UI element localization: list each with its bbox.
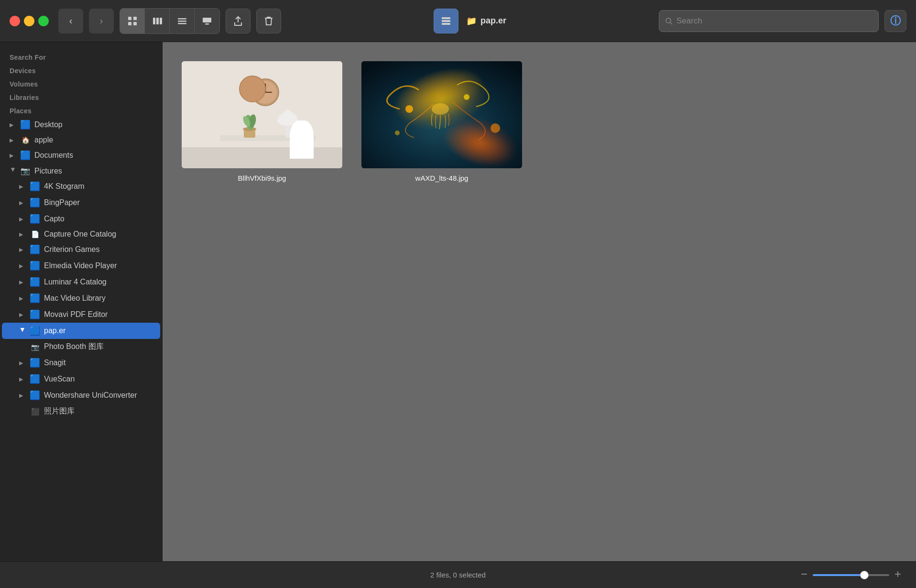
chevron-icon: ▶ [19, 216, 26, 222]
sidebar-item-elmedia[interactable]: ▶ 🟦 Elmedia Video Player [2, 258, 160, 274]
view-mode-group [120, 8, 220, 34]
sidebar-item-label: Elmedia Video Player [44, 261, 117, 270]
column-view-button[interactable] [145, 9, 170, 33]
icon-view-button[interactable] [120, 9, 145, 33]
svg-rect-18 [182, 147, 342, 168]
sidebar-item-label: Documents [34, 151, 73, 160]
svg-rect-19 [220, 135, 316, 141]
sidebar-item-label: Mac Video Library [44, 294, 106, 303]
chevron-icon: ▶ [19, 279, 26, 285]
zoom-large-icon [894, 570, 902, 580]
svg-rect-2 [128, 22, 131, 25]
info-button[interactable]: ⓘ [884, 10, 906, 32]
svg-rect-7 [178, 18, 186, 20]
file-content-area: BllhVfXbi9s.jpg [163, 42, 916, 561]
chevron-icon: ▶ [10, 152, 16, 159]
svg-rect-11 [205, 23, 209, 25]
chevron-icon: ▶ [19, 263, 26, 269]
sidebar-item-bingpaper[interactable]: ▶ 🟦 BingPaper [2, 195, 160, 211]
sidebar-item-vuescan[interactable]: ▶ 🟦 VueScan [2, 371, 160, 387]
chevron-icon: ▶ [19, 184, 26, 190]
sidebar-item-label: Desktop [34, 120, 63, 129]
libraries-section: Libraries [0, 90, 162, 103]
action-button[interactable] [434, 9, 458, 33]
sidebar-item-luminar[interactable]: ▶ 🟦 Luminar 4 Catalog [2, 274, 160, 290]
sidebar-item-label: Criterion Games [44, 245, 99, 254]
folder-icon: 🟦 [30, 374, 40, 384]
back-button[interactable]: ‹ [58, 9, 83, 33]
svg-point-38 [432, 103, 449, 115]
svg-point-35 [464, 94, 469, 100]
file-thumbnail-1 [182, 61, 342, 168]
search-bar[interactable] [659, 10, 879, 32]
svg-line-16 [670, 22, 672, 24]
folder-icon: 🟦 [20, 150, 31, 161]
file-name-1: BllhVfXbi9s.jpg [238, 174, 286, 182]
list-view-button[interactable] [170, 9, 195, 33]
zoom-slider[interactable] [813, 574, 889, 576]
chevron-icon: ▶ [19, 392, 26, 399]
chevron-icon: ▶ [19, 231, 26, 238]
folder-icon: 🟦 [30, 277, 40, 287]
file-thumbnail-2 [361, 61, 522, 168]
sidebar-item-criterion-games[interactable]: ▶ 🟦 Criterion Games [2, 241, 160, 258]
photos-icon: ⬛ [30, 408, 40, 415]
chevron-icon: ▶ [19, 312, 26, 318]
sidebar-item-capto[interactable]: ▶ 🟦 Capto [2, 211, 160, 227]
sidebar-item-paper[interactable]: ▶ 🟦 pap.er [2, 323, 160, 339]
svg-rect-13 [442, 20, 450, 22]
main-area: Search For Devices Volumes Libraries Pla… [0, 42, 916, 561]
sidebar-item-documents[interactable]: ▶ 🟦 Documents [2, 147, 160, 163]
forward-button[interactable]: › [89, 9, 114, 33]
svg-rect-41 [895, 574, 901, 575]
sidebar-item-desktop[interactable]: ▶ 🟦 Desktop [2, 117, 160, 133]
folder-icon: 🟦 [30, 181, 40, 192]
folder-icon: 🟦 [30, 326, 40, 336]
sidebar-item-pictures[interactable]: ▶ 📷 Pictures [2, 163, 160, 178]
gallery-view-button[interactable] [195, 9, 219, 33]
file-name-2: wAXD_lts-48.jpg [415, 174, 469, 182]
sidebar-item-label: Photo Booth 图库 [44, 342, 104, 352]
close-button[interactable] [10, 16, 20, 26]
share-button[interactable] [226, 9, 251, 33]
thumbnail-image-1 [182, 61, 342, 168]
sidebar-item-snagit[interactable]: ▶ 🟦 Snagit [2, 355, 160, 371]
chevron-icon: ▶ [10, 137, 16, 143]
sidebar-item-label: pap.er [44, 327, 65, 335]
folder-icon: 🟦 [30, 309, 40, 320]
chevron-icon: ▶ [19, 295, 26, 302]
svg-rect-3 [133, 22, 137, 25]
file-item-2[interactable]: wAXD_lts-48.jpg [361, 61, 522, 182]
sidebar-item-photo-booth[interactable]: ▶ 📷 Photo Booth 图库 [2, 339, 160, 355]
sidebar-item-label: Luminar 4 Catalog [44, 278, 107, 286]
sidebar-item-movavi[interactable]: ▶ 🟦 Movavi PDF Editor [2, 306, 160, 323]
sidebar-item-label: apple [34, 136, 53, 144]
sidebar-item-label: Pictures [34, 167, 62, 175]
folder-icon: 🟦 [30, 390, 40, 401]
sidebar-item-apple[interactable]: ▶ 🏠 apple [2, 133, 160, 147]
window-title-area: 📁 pap.er [287, 9, 653, 33]
sidebar-item-zhaopianziku[interactable]: ▶ ⬛ 照片图库 [2, 403, 160, 419]
svg-rect-14 [442, 23, 450, 25]
sidebar-item-capture-one[interactable]: ▶ 📄 Capture One Catalog [2, 227, 160, 241]
minimize-button[interactable] [24, 16, 34, 26]
folder-icon: 🟦 [30, 214, 40, 224]
svg-rect-9 [178, 23, 186, 24]
sidebar-item-mac-video[interactable]: ▶ 🟦 Mac Video Library [2, 290, 160, 306]
svg-rect-4 [153, 18, 155, 24]
svg-point-34 [405, 105, 413, 113]
search-for-section: Search For [0, 50, 162, 63]
svg-rect-8 [178, 21, 186, 22]
chevron-icon: ▶ [19, 247, 26, 253]
sidebar-item-4k-stogram[interactable]: ▶ 🟦 4K Stogram [2, 178, 160, 195]
devices-section: Devices [0, 63, 162, 76]
photo-booth-icon: 📷 [30, 343, 40, 351]
file-item-1[interactable]: BllhVfXbi9s.jpg [182, 61, 342, 182]
maximize-button[interactable] [38, 16, 49, 26]
sidebar-item-label: Snagit [44, 359, 65, 367]
search-input[interactable] [676, 16, 872, 26]
window-title: pap.er [480, 16, 506, 26]
search-icon [665, 17, 673, 25]
delete-button[interactable] [256, 9, 281, 33]
sidebar-item-wondershare[interactable]: ▶ 🟦 Wondershare UniConverter [2, 387, 160, 403]
